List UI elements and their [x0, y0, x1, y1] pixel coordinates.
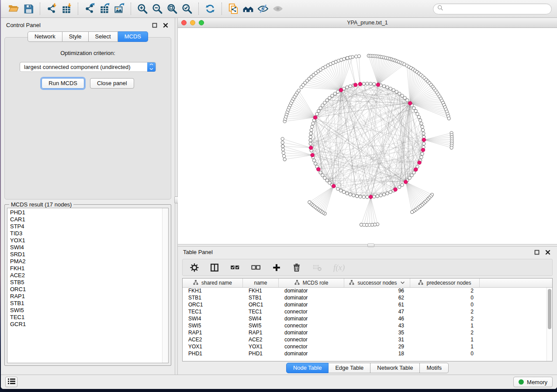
tab-network-table[interactable]: Network Table — [370, 363, 420, 373]
export-image-icon[interactable] — [112, 2, 127, 16]
table-cell: 61 — [344, 302, 410, 309]
optimization-criterion-value: largest connected component (undirected) — [20, 64, 147, 70]
tab-node-table[interactable]: Node Table — [286, 363, 329, 373]
close-panel-button[interactable]: Close panel — [90, 78, 134, 89]
table-scrollbar[interactable] — [547, 288, 552, 361]
zoom-in-icon[interactable] — [135, 2, 150, 16]
table-cell: connector — [279, 344, 344, 351]
run-mcds-button[interactable]: Run MCDS — [42, 78, 84, 89]
table-row[interactable]: STB1STB1dominator620 — [183, 295, 552, 302]
mcds-result-item[interactable]: TID3 — [10, 230, 162, 237]
mcds-result-item[interactable]: SRD1 — [10, 251, 162, 258]
network-graph — [178, 28, 557, 244]
column-header-MCDS-role[interactable]: MCDS role — [279, 279, 344, 287]
mcds-result-item[interactable]: PMA2 — [10, 258, 162, 265]
column-settings-icon[interactable] — [190, 263, 199, 272]
column-header-shared-name[interactable]: shared name — [183, 279, 243, 287]
export-network-icon[interactable] — [82, 2, 97, 16]
table-row[interactable]: SWI4SWI4dominator462 — [183, 316, 552, 323]
svg-text:f(x): f(x) — [333, 263, 345, 272]
column-header-successor-nodes[interactable]: successor nodes — [344, 279, 410, 287]
close-panel-icon[interactable] — [544, 248, 552, 256]
column-header-name[interactable]: name — [243, 279, 279, 287]
table-row[interactable]: PHD1PHD1dominator180 — [183, 351, 552, 358]
apply-layout-icon[interactable] — [203, 2, 218, 16]
mcds-result-item[interactable]: FKH1 — [10, 265, 162, 272]
mcds-result-item[interactable]: ACE2 — [10, 272, 162, 279]
table-row[interactable]: SWI5SWI5connector431 — [183, 323, 552, 330]
mcds-result-item[interactable]: CAR1 — [10, 216, 162, 223]
float-panel-icon[interactable] — [151, 21, 159, 29]
table-cell: dominator — [279, 330, 344, 337]
zoom-fit-icon[interactable] — [165, 2, 180, 16]
mcds-result-item[interactable]: STP4 — [10, 223, 162, 230]
column-header-predecessor-nodes[interactable]: predecessor nodes — [410, 279, 480, 287]
table-row[interactable]: ORC1ORC1dominator610 — [183, 302, 552, 309]
horizontal-splitter[interactable] — [178, 244, 557, 247]
tab-network[interactable]: Network — [28, 31, 62, 42]
mcds-result-item[interactable]: YOX1 — [10, 237, 162, 244]
mcds-result-scrollbar[interactable] — [162, 208, 168, 363]
zoom-out-icon[interactable] — [150, 2, 165, 16]
tab-style[interactable]: Style — [62, 31, 89, 42]
show-all-icon — [270, 2, 285, 16]
mcds-result-item[interactable]: GCR1 — [10, 321, 162, 328]
add-row-icon[interactable] — [272, 263, 281, 272]
table-cell: YOX1 — [183, 344, 243, 351]
mcds-result-list: PHD1CAR1STP4TID3YOX1SWI4SRD1PMA2FKH1ACE2… — [7, 208, 162, 363]
mcds-result-item[interactable]: TEC1 — [10, 314, 162, 321]
new-network-from-selection-icon[interactable] — [226, 2, 241, 16]
mcds-result-item[interactable]: ORC1 — [10, 286, 162, 293]
table-cell: 47 — [344, 309, 410, 316]
memory-status-icon — [519, 379, 524, 385]
float-panel-icon[interactable] — [533, 248, 541, 256]
save-session-icon[interactable] — [21, 2, 36, 16]
hide-selected-icon[interactable] — [256, 2, 270, 16]
import-network-icon[interactable] — [44, 2, 59, 16]
table-cell: SWI4 — [243, 316, 279, 323]
table-cell: 1 — [410, 323, 480, 330]
search-input[interactable] — [446, 6, 547, 12]
network-window-title: YPA_prune.txt_1 — [178, 20, 557, 26]
search-field[interactable] — [433, 3, 552, 14]
zoom-selected-icon[interactable] — [180, 2, 194, 16]
scrollbar-thumb[interactable] — [548, 289, 551, 329]
mcds-result-item[interactable]: STB5 — [10, 279, 162, 286]
task-history-button[interactable] — [5, 377, 17, 387]
toolbar-separator — [40, 3, 40, 15]
tab-edge-table[interactable]: Edge Table — [329, 363, 370, 373]
table-row[interactable]: ACE2ACE2connector311 — [183, 337, 552, 344]
table-row[interactable]: YOX1YOX1connector291 — [183, 344, 552, 351]
select-all-icon[interactable] — [230, 263, 240, 272]
deselect-all-icon[interactable] — [251, 263, 261, 272]
tab-motifs[interactable]: Motifs — [420, 363, 449, 373]
table-cell: connector — [279, 337, 344, 344]
mcds-result-item[interactable]: PHD1 — [10, 209, 162, 216]
table-row[interactable]: FKH1FKH1dominator962 — [183, 288, 552, 295]
open-session-icon[interactable] — [6, 2, 21, 16]
table-panel-title: Table Panel — [183, 249, 213, 255]
export-table-icon[interactable] — [97, 2, 112, 16]
import-table-icon[interactable] — [59, 2, 74, 16]
network-overview-icon[interactable] — [241, 2, 256, 16]
node-table: shared namenameMCDS rolesuccessor nodesp… — [182, 278, 553, 361]
vertical-splitter[interactable] — [175, 18, 178, 375]
close-panel-icon[interactable] — [162, 21, 170, 29]
table-row[interactable]: TEC1TEC1connector472 — [183, 309, 552, 316]
delete-row-icon[interactable] — [292, 263, 301, 272]
table-row[interactable]: RAP1RAP1dominator352 — [183, 330, 552, 337]
splitter-handle[interactable] — [367, 244, 374, 247]
table-cell: FKH1 — [243, 288, 279, 295]
network-canvas[interactable] — [178, 28, 557, 244]
mcds-result-item[interactable]: RAP1 — [10, 293, 162, 300]
tab-mcds[interactable]: MCDS — [118, 31, 148, 42]
tab-select[interactable]: Select — [89, 31, 118, 42]
show-columns-icon[interactable] — [210, 263, 219, 272]
optimization-criterion-select[interactable]: largest connected component (undirected) — [20, 62, 156, 72]
mcds-result-item[interactable]: STB1 — [10, 300, 162, 307]
table-cell: FKH1 — [183, 288, 243, 295]
mcds-result-item[interactable]: SWI4 — [10, 244, 162, 251]
mcds-result-item[interactable]: SWI5 — [10, 307, 162, 314]
network-window-titlebar: YPA_prune.txt_1 — [178, 18, 557, 28]
memory-button[interactable]: Memory — [513, 377, 553, 387]
